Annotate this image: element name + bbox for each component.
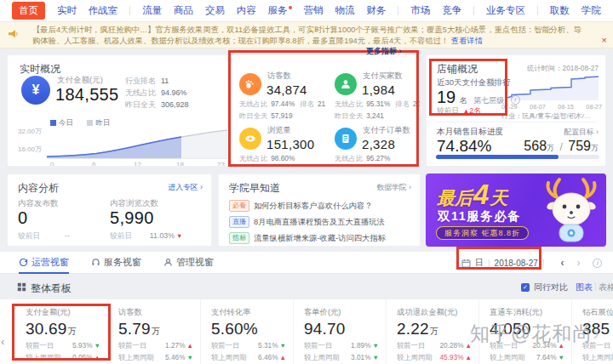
nav-divider	[473, 6, 474, 15]
metric-name: 支付子订单数	[363, 125, 421, 136]
nav-item-service-label: 服务	[268, 5, 288, 15]
nav-item-realtime[interactable]: 实时	[57, 4, 77, 17]
next-date-button[interactable]: ›	[576, 257, 580, 269]
trend-arrow-icon: ▼	[373, 342, 379, 350]
enter-zone-link[interactable]: 进入专区 ›	[168, 183, 203, 193]
calendar-icon	[461, 259, 471, 268]
stat-industry-rank: 行业排名11	[125, 76, 169, 87]
tag-metric: 指标	[229, 232, 249, 244]
down-arrow-icon: ▼	[176, 232, 182, 240]
realtime-overview-panel: 实时概况 ¥ 支付金额(元) 184,555 行业排名11 无线占比94.96%…	[7, 54, 421, 167]
nav-item-home[interactable]: 首页	[12, 2, 45, 20]
shop-trend-chart	[505, 72, 600, 101]
nav-item-data-fetch[interactable]: 取数	[550, 4, 570, 17]
metric-substat: 昨日全天3,866	[335, 166, 421, 167]
carousel-left-arrow[interactable]: ‹	[1, 335, 4, 348]
kpi-card-visitors[interactable]: 访客数 5.79万 较前一日1.27%▲ 较上周同期5.46%▼	[107, 299, 200, 364]
y-tick-mid: 16.00万	[18, 145, 42, 154]
nav-item-service[interactable]: 服务	[268, 4, 292, 17]
kpi-card-pay-amount[interactable]: 支付金额(元) 30.69万 较前一日5.93%▼ 较上周同期0.05%▲	[0, 299, 107, 364]
trend-arrow-icon: ▲	[187, 342, 193, 350]
tab-management-view[interactable]: 管理视窗	[163, 252, 214, 274]
legend-yday-label: 昨日	[95, 118, 110, 127]
trend-arrow-icon: ▼	[559, 354, 564, 361]
trend-arrow-icon: ▼	[187, 354, 193, 361]
table-toggle[interactable]: 表格	[599, 282, 613, 293]
date-granularity[interactable]: 日	[475, 257, 484, 269]
metric-card-pageviews[interactable]: 浏览量 151,300 无线占比98.60% 昨日全天251,446	[239, 125, 333, 167]
chart-toggle[interactable]: 图表	[576, 282, 593, 293]
kpi-card-conversion[interactable]: 支付转化率 5.60% 较前一日5.31%▼ 较上周同期6.46%▲	[200, 299, 293, 364]
notice-detail-link[interactable]: 查看详情	[451, 37, 483, 45]
kpi-compare-day: 较前一日5.31%▼	[211, 341, 286, 350]
nav-item-goods[interactable]: 商品	[174, 4, 193, 17]
nav-item-finance[interactable]: 财务	[366, 4, 386, 17]
academy-item[interactable]: 直播8月电商直播课程预告及五大直播玩法	[229, 216, 385, 228]
nav-item-marketing[interactable]: 营销	[304, 4, 324, 17]
kpi-card-avg-order[interactable]: 客单价(元) 94.70 较前一日1.89%▼ 较上周同期3.01%▼	[293, 299, 386, 364]
peer-compare-checkbox[interactable]: ✓	[521, 283, 530, 292]
trend-arrow-icon: ▼	[373, 354, 379, 361]
kpi-label: 直通车消耗(元)	[490, 307, 564, 318]
nav-item-market[interactable]: 市场	[410, 4, 430, 17]
metric-substat: 昨日全天57,919	[239, 111, 333, 121]
kpi-card-ztc-cost[interactable]: 直通车消耗(元) 4,050 较前一日20.34%▲ 较上周同期7.64%▼	[478, 299, 571, 364]
metric-value: 151,300	[266, 137, 333, 151]
stat-wireless-ratio: 无线占比94.96%	[125, 88, 187, 99]
nav-item-warroom[interactable]: 作战室	[89, 4, 118, 17]
kpi-compare-week: 较上周同期0.05%▲	[26, 353, 100, 362]
footprint-icon	[239, 73, 261, 95]
kpi-compare-day: 较前一日20.18%▲	[582, 341, 613, 350]
trend-arrow-icon: ▲	[95, 354, 100, 361]
nav-item-competition[interactable]: 竞争	[442, 4, 461, 17]
goal-config-link[interactable]: 配置目标 ›	[564, 128, 599, 138]
trend-arrow-icon: ▲	[466, 342, 472, 350]
x-tick-6: 6	[92, 161, 95, 167]
kpi-card-refund[interactable]: 成功退款金额(元) 2.22万 较前一日20.28%▲ 较上周同期45.93%▲	[386, 299, 478, 364]
content-publish-compare: 较前日 --	[18, 231, 70, 242]
academy-item[interactable]: 指标流量纵横新增来源-收藏-访问四大指标	[229, 232, 386, 244]
kpi-compare-day: 较前一日20.28%▲	[397, 341, 472, 350]
x-tick-18: 18	[176, 161, 184, 167]
caret-right-icon: ›	[200, 183, 203, 191]
prev-date-button[interactable]: ‹	[560, 257, 564, 269]
academy-item[interactable]: 必看如何分析目标客户喜欢什么内容？	[229, 200, 372, 212]
panel-title: 内容分析	[18, 181, 59, 196]
promo-banner[interactable]: 最后4天 双11服务必备 服务洞察 钜惠8.8折	[426, 173, 606, 247]
rank-delta: 较前日 ▲2名	[437, 106, 481, 117]
kpi-label: 钻石展位消耗(元)	[582, 307, 613, 318]
nav-item-bizzone[interactable]: 业务专区	[486, 4, 525, 17]
shop-overview-panel: 店铺概况 统计时间：2018-08-27 近30天支付金额排行 19 名 第七层…	[426, 54, 606, 167]
more-metrics-link[interactable]: 更多指标 ›	[366, 46, 402, 57]
metric-name: 访客数	[267, 71, 333, 82]
metric-card-visitors[interactable]: 访客数 34,874 无线占比97.44%排名21 昨日全天57,919	[239, 71, 333, 122]
kpi-compare-day: 较前一日5.93%▼	[26, 341, 100, 350]
tab-operations-view[interactable]: 运营视窗	[19, 252, 69, 274]
close-icon[interactable]: ×	[602, 36, 607, 44]
metric-substat: 无线占比95.27%	[335, 154, 421, 163]
kpi-compare-day: 较前一日1.89%▼	[304, 341, 379, 350]
tab-service-view[interactable]: 服务视窗	[91, 252, 141, 274]
metric-card-pay-buyers[interactable]: 支付买家数 1,984 无线占比95.31%排名20 昨日全天3,241	[335, 71, 421, 122]
nav-item-traffic[interactable]: 流量	[142, 4, 162, 17]
metric-value: 1,984	[362, 82, 421, 97]
academy-link[interactable]: 数据学院 ›	[376, 183, 411, 193]
nav-item-logistics[interactable]: 物流	[335, 4, 355, 17]
notice-bar: 【最后4天倒计时，疯狂抢购中…】官方服务效果周查，双11必备提效工具，可实时计算…	[0, 22, 613, 48]
rank-unit: 名	[460, 96, 467, 105]
info-icon[interactable]: i	[593, 259, 602, 268]
kpi-value: 385	[582, 320, 613, 338]
metric-card-pay-suborders[interactable]: 支付子订单数 2,328 无线占比95.27% 昨日全天3,866	[335, 125, 421, 167]
date-value[interactable]: 2018-08-27	[495, 259, 538, 268]
legend-today-label: 今日	[59, 118, 73, 127]
board-title: 整体看板	[31, 282, 72, 296]
nav-item-academy[interactable]: 学院	[581, 4, 601, 17]
tag-must-read: 必看	[229, 200, 249, 212]
nav-item-trade[interactable]: 交易	[205, 4, 225, 17]
caret-right-icon: ›	[399, 47, 402, 55]
nav-item-content[interactable]: 内容	[237, 4, 256, 17]
kpi-card-diamond-cost[interactable]: 钻石展位消耗(元) 385 较前一日20.18%▲ 较上周同期1.09%▲	[571, 299, 613, 364]
x-tick-0: 0	[50, 161, 54, 167]
metric-substat: 无线占比95.31%排名20	[335, 100, 421, 109]
banner-subtitle: 双11服务必备	[438, 208, 521, 225]
